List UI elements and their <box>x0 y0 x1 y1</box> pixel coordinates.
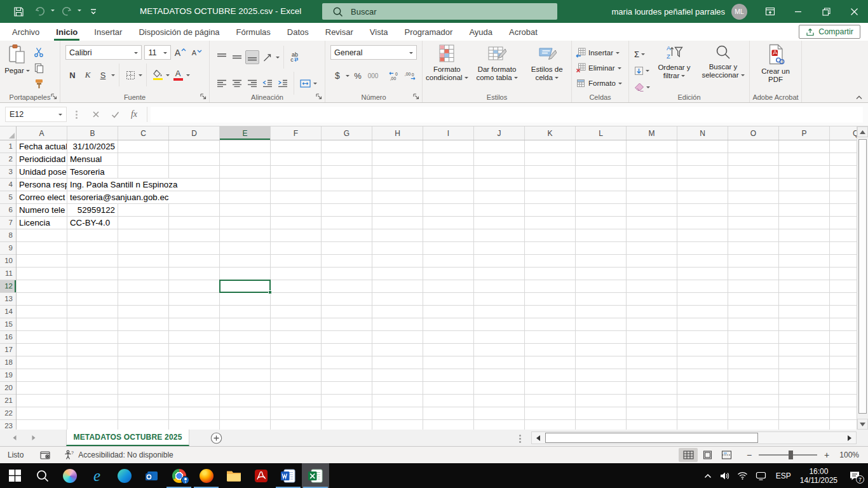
normal-view-icon[interactable] <box>679 448 698 462</box>
zoom-slider[interactable] <box>759 454 817 456</box>
number-format-select[interactable]: General <box>330 45 417 60</box>
copy-icon[interactable] <box>32 61 46 75</box>
column-header-F[interactable]: F <box>271 126 322 140</box>
row-header-15[interactable]: 15 <box>0 318 16 331</box>
user-name[interactable]: maria lourdes peñafiel parrales <box>612 7 725 17</box>
cell-B2[interactable]: Mensual <box>68 153 104 165</box>
macro-record-icon[interactable] <box>40 451 50 460</box>
taskbar-outlook-icon[interactable] <box>138 463 165 488</box>
font-size-select[interactable]: 11 <box>144 45 171 60</box>
italic-button[interactable]: K <box>81 68 95 82</box>
decrease-font-icon[interactable]: A <box>190 46 204 60</box>
tab-vista[interactable]: Vista <box>362 23 397 41</box>
redo-icon[interactable] <box>57 3 76 20</box>
row-header-22[interactable]: 22 <box>0 407 16 420</box>
active-cell-outline[interactable] <box>219 280 271 293</box>
scroll-left-icon[interactable] <box>532 432 545 444</box>
column-header-C[interactable]: C <box>118 126 169 140</box>
taskbar-acrobat-icon[interactable] <box>247 463 275 488</box>
column-header-N[interactable]: N <box>677 126 728 140</box>
cell-A4[interactable]: Persona resp <box>17 179 67 191</box>
column-header-Q[interactable]: Q <box>830 126 857 140</box>
horizontal-scroll-thumb[interactable] <box>545 433 758 443</box>
cell-A3[interactable]: Unidad pose <box>17 166 67 178</box>
page-layout-view-icon[interactable] <box>698 448 717 462</box>
cell-A1[interactable]: Fecha actual <box>17 140 67 152</box>
cell-A5[interactable]: Correo elect <box>17 191 67 203</box>
scroll-up-icon[interactable] <box>857 126 868 137</box>
wifi-icon[interactable] <box>734 463 752 488</box>
row-header-7[interactable]: 7 <box>0 217 16 229</box>
insert-cells-button[interactable]: Insertar <box>572 45 628 60</box>
clipboard-dialog-launcher-icon[interactable] <box>51 93 57 100</box>
row-header-9[interactable]: 9 <box>0 242 16 255</box>
cancel-icon[interactable] <box>86 107 105 122</box>
notification-center-icon[interactable]: 7 <box>841 463 868 488</box>
collapse-ribbon-icon[interactable] <box>855 95 863 100</box>
increase-indent-icon[interactable] <box>276 76 290 90</box>
hidden-icons-chevron-icon[interactable] <box>700 463 716 488</box>
accounting-format-icon[interactable]: $ <box>330 69 344 83</box>
increase-font-icon[interactable]: A <box>173 46 187 60</box>
taskbar-copilot-icon[interactable] <box>56 463 83 488</box>
font-color-icon[interactable]: A <box>171 68 185 82</box>
close-button[interactable] <box>840 0 868 23</box>
align-left-icon[interactable] <box>215 76 229 90</box>
zoom-in-icon[interactable]: + <box>822 450 831 460</box>
search-box[interactable]: Buscar <box>322 3 557 20</box>
row-header-17[interactable]: 17 <box>0 344 16 356</box>
vertical-scrollbar[interactable] <box>857 126 868 430</box>
underline-button[interactable]: S <box>96 68 110 82</box>
column-header-K[interactable]: K <box>525 126 576 140</box>
row-header-3[interactable]: 3 <box>0 166 16 179</box>
taskbar-file-explorer-icon[interactable] <box>220 463 247 488</box>
scroll-down-icon[interactable] <box>857 419 868 430</box>
tabstrip-resize-handle[interactable] <box>519 435 521 437</box>
customize-quick-access-icon[interactable] <box>84 3 103 20</box>
taskbar-search-icon[interactable] <box>29 463 56 488</box>
fill-color-caret-icon[interactable] <box>166 74 170 78</box>
fill-handle[interactable] <box>268 290 272 294</box>
cells-area[interactable]: Fecha actual31/10/2025PeriodicidadMensua… <box>17 140 857 430</box>
comma-style-icon[interactable]: 000 <box>366 69 380 83</box>
insert-function-button[interactable]: fx <box>125 107 144 122</box>
tab-datos[interactable]: Datos <box>279 23 317 41</box>
tab-ayuda[interactable]: Ayuda <box>461 23 501 41</box>
next-sheet-icon[interactable] <box>24 430 43 446</box>
align-bottom-icon[interactable] <box>245 50 259 64</box>
taskbar-firefox-icon[interactable] <box>193 463 220 488</box>
borders-icon[interactable] <box>123 68 137 82</box>
enter-icon[interactable] <box>105 107 125 122</box>
select-all-corner[interactable] <box>0 126 17 140</box>
cell-A7[interactable]: Licencia <box>17 217 67 229</box>
increase-decimal-icon[interactable]: 0,00 <box>388 69 402 83</box>
font-dialog-launcher-icon[interactable] <box>200 93 207 100</box>
share-button[interactable]: Compartir <box>799 25 860 39</box>
column-header-D[interactable]: D <box>169 126 220 140</box>
minimize-button[interactable] <box>784 0 812 23</box>
orientation-caret-icon[interactable] <box>276 57 280 60</box>
cell-B6[interactable]: 52959122 <box>68 204 118 216</box>
row-header-16[interactable]: 16 <box>0 331 16 344</box>
formula-input[interactable] <box>151 107 863 123</box>
taskbar-start-icon[interactable] <box>1 463 29 488</box>
taskbar-chrome-icon[interactable] <box>165 463 193 488</box>
row-header-6[interactable]: 6 <box>0 204 16 217</box>
volume-icon[interactable] <box>716 463 734 488</box>
row-header-8[interactable]: 8 <box>0 229 16 242</box>
format-painter-icon[interactable] <box>32 77 46 91</box>
fill-color-icon[interactable] <box>151 68 165 82</box>
delete-cells-button[interactable]: Eliminar <box>572 60 628 76</box>
row-header-11[interactable]: 11 <box>0 268 16 280</box>
taskbar-word-icon[interactable] <box>275 463 302 488</box>
undo-caret-icon[interactable] <box>51 10 55 13</box>
cell-B5[interactable]: tesoreria@sanjuan.gob.ec <box>68 191 170 203</box>
taskbar-edge-icon[interactable] <box>111 463 138 488</box>
undo-icon[interactable] <box>31 3 50 20</box>
column-header-E[interactable]: E <box>220 126 271 140</box>
row-header-23[interactable]: 23 <box>0 420 16 430</box>
tab-acrobat[interactable]: Acrobat <box>501 23 546 41</box>
language-indicator[interactable]: ESP <box>771 471 796 480</box>
align-top-icon[interactable] <box>215 50 229 64</box>
row-header-13[interactable]: 13 <box>0 293 16 306</box>
